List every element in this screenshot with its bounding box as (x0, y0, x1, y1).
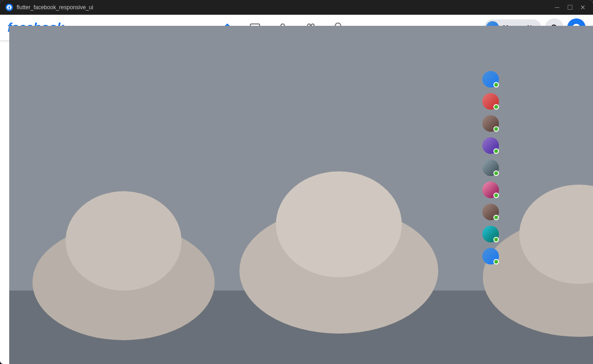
contact-avatar-wrap-8 (482, 248, 499, 264)
contact-avatar-wrap-5 (482, 182, 499, 198)
contact-avatar-wrap-2 (482, 115, 499, 132)
contact-avatar-wrap-4 (482, 159, 499, 176)
minimize-button[interactable]: ─ (552, 3, 562, 12)
contact-online-dot-7 (493, 237, 499, 242)
post-card: Marcus Ng 58m · ··· Check out these cool… (146, 246, 466, 364)
main-feed: + Add to Story Matthew Hinkle (138, 41, 473, 364)
contact-online-dot-1 (493, 104, 499, 110)
content-area: Marcus Ng Friends Messenger (0, 41, 593, 364)
contact-avatar-wrap-7 (482, 226, 499, 242)
titlebar-title: flutter_facebook_responsive_ui (17, 4, 93, 11)
maximize-button[interactable]: ☐ (565, 3, 575, 12)
titlebar-controls: ─ ☐ ✕ (552, 3, 587, 12)
contact-online-dot-6 (493, 215, 499, 220)
main-app: facebook (0, 15, 593, 364)
close-button[interactable]: ✕ (578, 3, 587, 12)
contact-online-dot-4 (493, 170, 499, 176)
titlebar-left: flutter_facebook_responsive_ui (6, 4, 93, 11)
contact-online-dot-8 (493, 259, 499, 264)
contact-online-dot-3 (493, 148, 499, 154)
app-window: flutter_facebook_responsive_ui ─ ☐ ✕ fac… (0, 0, 593, 364)
contact-avatar-wrap-0 (482, 71, 499, 88)
titlebar: flutter_facebook_responsive_ui ─ ☐ ✕ (0, 0, 593, 15)
contact-avatar-wrap-3 (482, 137, 499, 154)
contact-online-dot-2 (493, 126, 499, 132)
contact-online-dot-0 (493, 82, 499, 88)
post-image (146, 288, 466, 364)
app-icon (6, 4, 13, 11)
contact-avatar-wrap-6 (482, 204, 499, 220)
contact-avatar-wrap-1 (482, 93, 499, 110)
contact-online-dot-5 (493, 193, 499, 198)
